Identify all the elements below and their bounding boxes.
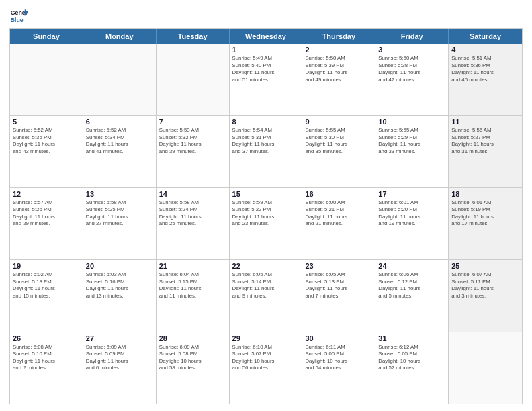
day-number: 26 <box>13 334 80 342</box>
logo-icon: General Blue <box>9 7 28 26</box>
day-info: Sunrise: 6:03 AM Sunset: 5:16 PM Dayligh… <box>86 271 153 300</box>
cal-cell-5-1: 26Sunrise: 6:08 AM Sunset: 5:10 PM Dayli… <box>10 332 83 404</box>
cal-cell-5-3: 28Sunrise: 6:09 AM Sunset: 5:08 PM Dayli… <box>157 332 230 404</box>
cal-cell-4-2: 20Sunrise: 6:03 AM Sunset: 5:16 PM Dayli… <box>83 260 157 331</box>
cal-cell-2-1: 5Sunrise: 5:52 AM Sunset: 5:35 PM Daylig… <box>10 116 83 187</box>
day-number: 18 <box>451 190 519 198</box>
day-number: 22 <box>232 262 300 270</box>
day-info: Sunrise: 5:53 AM Sunset: 5:32 PM Dayligh… <box>159 127 226 155</box>
cal-cell-1-6: 3Sunrise: 5:50 AM Sunset: 5:38 PM Daylig… <box>375 44 449 115</box>
cal-cell-3-5: 16Sunrise: 6:00 AM Sunset: 5:21 PM Dayli… <box>302 188 375 259</box>
day-number: 24 <box>378 262 445 270</box>
day-info: Sunrise: 5:54 AM Sunset: 5:31 PM Dayligh… <box>232 127 300 155</box>
cal-header-tuesday: Tuesday <box>157 29 230 44</box>
day-number: 19 <box>13 262 80 270</box>
cal-cell-5-6: 31Sunrise: 6:12 AM Sunset: 5:05 PM Dayli… <box>375 332 449 404</box>
header: General Blue <box>9 7 523 26</box>
cal-cell-2-3: 7Sunrise: 5:53 AM Sunset: 5:32 PM Daylig… <box>157 116 230 187</box>
day-info: Sunrise: 6:09 AM Sunset: 5:09 PM Dayligh… <box>86 344 153 372</box>
day-number: 21 <box>159 262 226 270</box>
day-info: Sunrise: 5:59 AM Sunset: 5:22 PM Dayligh… <box>232 199 300 228</box>
cal-cell-4-5: 23Sunrise: 6:05 AM Sunset: 5:13 PM Dayli… <box>302 260 375 331</box>
day-info: Sunrise: 5:50 AM Sunset: 5:39 PM Dayligh… <box>305 55 372 83</box>
cal-cell-3-2: 13Sunrise: 5:58 AM Sunset: 5:25 PM Dayli… <box>83 188 157 259</box>
cal-header-wednesday: Wednesday <box>230 29 303 44</box>
calendar-header: SundayMondayTuesdayWednesdayThursdayFrid… <box>10 29 522 44</box>
day-info: Sunrise: 6:11 AM Sunset: 5:06 PM Dayligh… <box>305 344 372 372</box>
day-info: Sunrise: 6:01 AM Sunset: 5:20 PM Dayligh… <box>378 199 445 228</box>
cal-cell-5-5: 30Sunrise: 6:11 AM Sunset: 5:06 PM Dayli… <box>302 332 375 404</box>
cal-cell-4-1: 19Sunrise: 6:02 AM Sunset: 5:18 PM Dayli… <box>10 260 83 331</box>
cal-cell-3-4: 15Sunrise: 5:59 AM Sunset: 5:22 PM Dayli… <box>230 188 303 259</box>
day-info: Sunrise: 6:00 AM Sunset: 5:21 PM Dayligh… <box>305 199 372 228</box>
day-info: Sunrise: 6:12 AM Sunset: 5:05 PM Dayligh… <box>378 344 445 372</box>
day-info: Sunrise: 5:58 AM Sunset: 5:25 PM Dayligh… <box>86 199 153 228</box>
cal-cell-2-7: 11Sunrise: 5:56 AM Sunset: 5:27 PM Dayli… <box>449 116 522 187</box>
cal-header-friday: Friday <box>375 29 449 44</box>
calendar: SundayMondayTuesdayWednesdayThursdayFrid… <box>9 28 523 404</box>
day-info: Sunrise: 5:51 AM Sunset: 5:36 PM Dayligh… <box>451 55 519 83</box>
day-number: 8 <box>232 118 300 126</box>
day-number: 16 <box>305 190 372 198</box>
day-info: Sunrise: 6:06 AM Sunset: 5:12 PM Dayligh… <box>378 271 445 300</box>
cal-cell-1-3 <box>157 44 230 115</box>
cal-week-1: 1Sunrise: 5:49 AM Sunset: 5:40 PM Daylig… <box>10 44 522 115</box>
day-info: Sunrise: 5:58 AM Sunset: 5:24 PM Dayligh… <box>159 199 226 228</box>
day-info: Sunrise: 6:05 AM Sunset: 5:13 PM Dayligh… <box>305 271 372 300</box>
cal-cell-1-1 <box>10 44 83 115</box>
day-number: 20 <box>86 262 153 270</box>
calendar-body: 1Sunrise: 5:49 AM Sunset: 5:40 PM Daylig… <box>10 44 522 404</box>
cal-cell-4-7: 25Sunrise: 6:07 AM Sunset: 5:11 PM Dayli… <box>449 260 522 331</box>
cal-header-sunday: Sunday <box>10 29 83 44</box>
cal-cell-4-3: 21Sunrise: 6:04 AM Sunset: 5:15 PM Dayli… <box>157 260 230 331</box>
cal-cell-2-6: 10Sunrise: 5:55 AM Sunset: 5:29 PM Dayli… <box>375 116 449 187</box>
day-info: Sunrise: 5:55 AM Sunset: 5:29 PM Dayligh… <box>378 127 445 155</box>
day-number: 15 <box>232 190 300 198</box>
day-number: 29 <box>232 334 300 342</box>
day-number: 30 <box>305 334 372 342</box>
cal-cell-1-5: 2Sunrise: 5:50 AM Sunset: 5:39 PM Daylig… <box>302 44 375 115</box>
day-info: Sunrise: 6:09 AM Sunset: 5:08 PM Dayligh… <box>159 344 226 372</box>
cal-cell-2-2: 6Sunrise: 5:52 AM Sunset: 5:34 PM Daylig… <box>83 116 157 187</box>
cal-header-thursday: Thursday <box>302 29 375 44</box>
cal-cell-1-2 <box>83 44 157 115</box>
cal-cell-5-7 <box>449 332 522 404</box>
day-number: 13 <box>86 190 153 198</box>
day-number: 14 <box>159 190 226 198</box>
cal-cell-1-4: 1Sunrise: 5:49 AM Sunset: 5:40 PM Daylig… <box>230 44 303 115</box>
cal-cell-4-6: 24Sunrise: 6:06 AM Sunset: 5:12 PM Dayli… <box>375 260 449 331</box>
cal-week-3: 12Sunrise: 5:57 AM Sunset: 5:26 PM Dayli… <box>10 187 522 259</box>
cal-week-2: 5Sunrise: 5:52 AM Sunset: 5:35 PM Daylig… <box>10 115 522 187</box>
day-info: Sunrise: 6:08 AM Sunset: 5:10 PM Dayligh… <box>13 344 80 372</box>
page: General Blue SundayMondayTuesdayWednesda… <box>0 0 532 411</box>
cal-cell-5-2: 27Sunrise: 6:09 AM Sunset: 5:09 PM Dayli… <box>83 332 157 404</box>
day-info: Sunrise: 5:57 AM Sunset: 5:26 PM Dayligh… <box>13 199 80 228</box>
day-number: 2 <box>305 46 372 54</box>
day-number: 23 <box>305 262 372 270</box>
cal-header-saturday: Saturday <box>449 29 522 44</box>
cal-header-monday: Monday <box>83 29 157 44</box>
day-number: 17 <box>378 190 445 198</box>
day-info: Sunrise: 6:10 AM Sunset: 5:07 PM Dayligh… <box>232 344 300 372</box>
cal-cell-2-4: 8Sunrise: 5:54 AM Sunset: 5:31 PM Daylig… <box>230 116 303 187</box>
cal-cell-3-6: 17Sunrise: 6:01 AM Sunset: 5:20 PM Dayli… <box>375 188 449 259</box>
svg-text:Blue: Blue <box>11 17 24 24</box>
cal-cell-3-7: 18Sunrise: 6:01 AM Sunset: 5:19 PM Dayli… <box>449 188 522 259</box>
day-number: 9 <box>305 118 372 126</box>
day-info: Sunrise: 5:49 AM Sunset: 5:40 PM Dayligh… <box>232 55 300 83</box>
cal-week-5: 26Sunrise: 6:08 AM Sunset: 5:10 PM Dayli… <box>10 332 522 404</box>
day-info: Sunrise: 6:01 AM Sunset: 5:19 PM Dayligh… <box>451 199 519 228</box>
day-number: 1 <box>232 46 300 54</box>
day-info: Sunrise: 6:05 AM Sunset: 5:14 PM Dayligh… <box>232 271 300 300</box>
day-number: 5 <box>13 118 80 126</box>
day-number: 10 <box>378 118 445 126</box>
cal-cell-5-4: 29Sunrise: 6:10 AM Sunset: 5:07 PM Dayli… <box>230 332 303 404</box>
cal-cell-2-5: 9Sunrise: 5:55 AM Sunset: 5:30 PM Daylig… <box>302 116 375 187</box>
day-number: 28 <box>159 334 226 342</box>
day-info: Sunrise: 6:02 AM Sunset: 5:18 PM Dayligh… <box>13 271 80 300</box>
day-number: 12 <box>13 190 80 198</box>
day-number: 25 <box>451 262 519 270</box>
day-info: Sunrise: 6:07 AM Sunset: 5:11 PM Dayligh… <box>451 271 519 300</box>
day-info: Sunrise: 6:04 AM Sunset: 5:15 PM Dayligh… <box>159 271 226 300</box>
cal-cell-3-3: 14Sunrise: 5:58 AM Sunset: 5:24 PM Dayli… <box>157 188 230 259</box>
